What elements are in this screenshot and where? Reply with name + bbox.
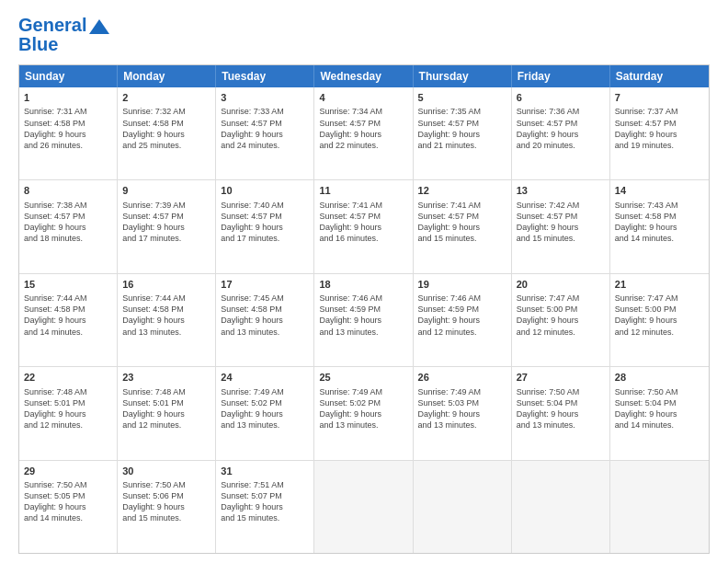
cell-info: Sunrise: 7:34 AM Sunset: 4:57 PM Dayligh… [319,106,407,151]
calendar-cell: 11Sunrise: 7:41 AM Sunset: 4:57 PM Dayli… [314,180,413,272]
calendar-cell: 8Sunrise: 7:38 AM Sunset: 4:57 PM Daylig… [19,180,118,272]
cell-info: Sunrise: 7:48 AM Sunset: 5:01 PM Dayligh… [122,386,210,431]
calendar-cell: 14Sunrise: 7:43 AM Sunset: 4:58 PM Dayli… [610,180,709,272]
day-number: 22 [24,371,112,385]
cell-info: Sunrise: 7:32 AM Sunset: 4:58 PM Dayligh… [122,106,210,151]
calendar-cell: 27Sunrise: 7:50 AM Sunset: 5:04 PM Dayli… [512,367,610,459]
calendar-cell: 15Sunrise: 7:44 AM Sunset: 4:58 PM Dayli… [19,274,118,366]
calendar-cell: 22Sunrise: 7:48 AM Sunset: 5:01 PM Dayli… [19,367,118,459]
cell-info: Sunrise: 7:44 AM Sunset: 4:58 PM Dayligh… [24,293,112,338]
calendar-cell: 13Sunrise: 7:42 AM Sunset: 4:57 PM Dayli… [512,180,610,272]
calendar: SundayMondayTuesdayWednesdayThursdayFrid… [18,64,710,554]
calendar-cell: 20Sunrise: 7:47 AM Sunset: 5:00 PM Dayli… [512,274,610,366]
cell-info: Sunrise: 7:50 AM Sunset: 5:06 PM Dayligh… [122,479,210,524]
calendar-row: 15Sunrise: 7:44 AM Sunset: 4:58 PM Dayli… [19,273,709,366]
cell-info: Sunrise: 7:50 AM Sunset: 5:05 PM Dayligh… [24,479,112,524]
cell-info: Sunrise: 7:50 AM Sunset: 5:04 PM Dayligh… [615,386,704,431]
day-number: 14 [615,184,704,198]
calendar-cell: 31Sunrise: 7:51 AM Sunset: 5:07 PM Dayli… [216,461,314,553]
calendar-cell: 26Sunrise: 7:49 AM Sunset: 5:03 PM Dayli… [414,367,512,459]
logo-triangle-icon [89,19,109,34]
day-number: 9 [122,184,210,198]
calendar-cell: 17Sunrise: 7:45 AM Sunset: 4:58 PM Dayli… [216,274,314,366]
svg-marker-0 [89,19,109,34]
calendar-cell: 1Sunrise: 7:31 AM Sunset: 4:58 PM Daylig… [19,87,118,179]
cell-info: Sunrise: 7:41 AM Sunset: 4:57 PM Dayligh… [319,200,407,245]
weekday-header: Monday [118,65,216,87]
calendar-cell: 6Sunrise: 7:36 AM Sunset: 4:57 PM Daylig… [512,87,610,179]
calendar-cell [414,461,512,553]
weekday-header: Tuesday [216,65,314,87]
calendar-cell: 12Sunrise: 7:41 AM Sunset: 4:57 PM Dayli… [414,180,512,272]
calendar-cell: 16Sunrise: 7:44 AM Sunset: 4:58 PM Dayli… [118,274,216,366]
cell-info: Sunrise: 7:42 AM Sunset: 4:57 PM Dayligh… [517,200,605,245]
header: General Blue [18,15,710,55]
cell-info: Sunrise: 7:43 AM Sunset: 4:58 PM Dayligh… [615,200,704,245]
calendar-body: 1Sunrise: 7:31 AM Sunset: 4:58 PM Daylig… [19,87,709,553]
day-number: 27 [517,371,605,385]
cell-info: Sunrise: 7:50 AM Sunset: 5:04 PM Dayligh… [517,386,605,431]
calendar-cell: 24Sunrise: 7:49 AM Sunset: 5:02 PM Dayli… [216,367,314,459]
calendar-cell: 18Sunrise: 7:46 AM Sunset: 4:59 PM Dayli… [314,274,413,366]
calendar-cell: 30Sunrise: 7:50 AM Sunset: 5:06 PM Dayli… [118,461,216,553]
day-number: 5 [418,91,506,105]
cell-info: Sunrise: 7:47 AM Sunset: 5:00 PM Dayligh… [615,293,704,338]
cell-info: Sunrise: 7:49 AM Sunset: 5:02 PM Dayligh… [319,386,407,431]
weekday-header: Friday [512,65,610,87]
cell-info: Sunrise: 7:51 AM Sunset: 5:07 PM Dayligh… [221,479,309,524]
calendar-cell: 10Sunrise: 7:40 AM Sunset: 4:57 PM Dayli… [216,180,314,272]
day-number: 19 [418,278,506,292]
calendar-cell: 2Sunrise: 7:32 AM Sunset: 4:58 PM Daylig… [118,87,216,179]
calendar-cell: 4Sunrise: 7:34 AM Sunset: 4:57 PM Daylig… [314,87,413,179]
day-number: 3 [221,91,309,105]
logo-blue: Blue [18,34,58,55]
day-number: 30 [122,465,210,478]
calendar-cell: 3Sunrise: 7:33 AM Sunset: 4:57 PM Daylig… [216,87,314,179]
day-number: 20 [517,278,605,292]
calendar-cell [610,461,709,553]
cell-info: Sunrise: 7:45 AM Sunset: 4:58 PM Dayligh… [221,293,309,338]
logo: General Blue [18,15,109,55]
cell-info: Sunrise: 7:39 AM Sunset: 4:57 PM Dayligh… [122,200,210,245]
cell-info: Sunrise: 7:46 AM Sunset: 4:59 PM Dayligh… [418,293,506,338]
day-number: 29 [24,465,112,478]
cell-info: Sunrise: 7:49 AM Sunset: 5:02 PM Dayligh… [221,386,309,431]
calendar-cell: 5Sunrise: 7:35 AM Sunset: 4:57 PM Daylig… [414,87,512,179]
day-number: 24 [221,371,309,385]
day-number: 21 [615,278,704,292]
day-number: 16 [122,278,210,292]
logo-general: General [18,15,86,35]
cell-info: Sunrise: 7:37 AM Sunset: 4:57 PM Dayligh… [615,106,704,151]
cell-info: Sunrise: 7:44 AM Sunset: 4:58 PM Dayligh… [122,293,210,338]
cell-info: Sunrise: 7:36 AM Sunset: 4:57 PM Dayligh… [517,106,605,151]
calendar-row: 8Sunrise: 7:38 AM Sunset: 4:57 PM Daylig… [19,179,709,272]
cell-info: Sunrise: 7:38 AM Sunset: 4:57 PM Dayligh… [24,200,112,245]
day-number: 2 [122,91,210,105]
calendar-cell: 25Sunrise: 7:49 AM Sunset: 5:02 PM Dayli… [314,367,413,459]
calendar-cell [314,461,413,553]
day-number: 4 [319,91,407,105]
logo-text: General [18,15,86,36]
cell-info: Sunrise: 7:31 AM Sunset: 4:58 PM Dayligh… [24,106,112,151]
cell-info: Sunrise: 7:47 AM Sunset: 5:00 PM Dayligh… [517,293,605,338]
weekday-header: Wednesday [314,65,413,87]
day-number: 6 [517,91,605,105]
calendar-cell: 7Sunrise: 7:37 AM Sunset: 4:57 PM Daylig… [610,87,709,179]
cell-info: Sunrise: 7:33 AM Sunset: 4:57 PM Dayligh… [221,106,309,151]
cell-info: Sunrise: 7:40 AM Sunset: 4:57 PM Dayligh… [221,200,309,245]
day-number: 26 [418,371,506,385]
day-number: 18 [319,278,407,292]
day-number: 12 [418,184,506,198]
calendar-cell: 21Sunrise: 7:47 AM Sunset: 5:00 PM Dayli… [610,274,709,366]
calendar-cell: 23Sunrise: 7:48 AM Sunset: 5:01 PM Dayli… [118,367,216,459]
day-number: 10 [221,184,309,198]
day-number: 15 [24,278,112,292]
calendar-row: 29Sunrise: 7:50 AM Sunset: 5:05 PM Dayli… [19,460,709,553]
cell-info: Sunrise: 7:48 AM Sunset: 5:01 PM Dayligh… [24,386,112,431]
calendar-cell: 29Sunrise: 7:50 AM Sunset: 5:05 PM Dayli… [19,461,118,553]
day-number: 25 [319,371,407,385]
cell-info: Sunrise: 7:35 AM Sunset: 4:57 PM Dayligh… [418,106,506,151]
cell-info: Sunrise: 7:49 AM Sunset: 5:03 PM Dayligh… [418,386,506,431]
day-number: 1 [24,91,112,105]
weekday-header: Saturday [610,65,709,87]
